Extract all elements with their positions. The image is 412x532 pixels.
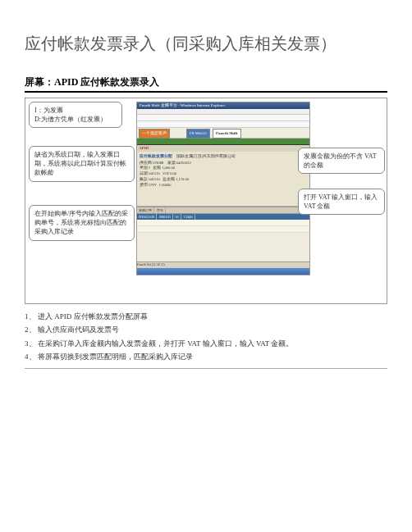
- step-3: 3、在采购订单入库金额内输入发票金额，并打开 VAT 输入窗口，输入 VAT 金…: [25, 338, 387, 349]
- step-1: 1、进入 APID 应付帐款发票分配屏幕: [25, 311, 387, 322]
- label-amount: 金额: [153, 166, 161, 170]
- callout-invoice-type: I：为发票 D:为借方凭单（红发票）: [29, 102, 122, 128]
- item-cell: M01159: [158, 214, 172, 220]
- label-vendor: 供应商: [140, 161, 152, 165]
- label-invoice: 发票: [167, 161, 176, 165]
- callout-amount-novat: 发票金额为份的不含 VAT 的金额: [298, 148, 385, 174]
- callout-date: 缺省为系统日期，输入发票日期，系统将以此日期计算应付帐款帐龄: [29, 146, 135, 182]
- due-value[interactable]: 041510: [149, 177, 160, 181]
- diagram-container: I：为发票 D:为借方凭单（红发票） 缺省为系统日期，输入发票日期，系统将以此日…: [25, 98, 387, 304]
- grid-row[interactable]: [137, 226, 309, 233]
- callout-po-match: 在开始购单/序号内输入匹配的采购单号，系统将光标指向匹配的采购入库记录: [29, 205, 135, 241]
- label-due: 账款: [140, 177, 148, 181]
- divider: [25, 368, 387, 369]
- app-toolbar: APID: [137, 145, 309, 152]
- date-value[interactable]: 041510: [149, 171, 160, 175]
- price-cell: 7.2400: [182, 214, 195, 220]
- toolbar-apid: APID: [139, 146, 149, 150]
- col-po: 采购订单: [137, 207, 154, 213]
- callout-line: I：为发票: [34, 106, 117, 115]
- form-title: 应付账款发票分配: [140, 154, 172, 158]
- windows-taskbar: [137, 268, 309, 275]
- amount-value[interactable]: 1,000.00: [162, 166, 175, 170]
- qty-cell: 50: [174, 214, 181, 220]
- grid-selected-row[interactable]: PO1012139 M01159 50 7.2400: [137, 214, 309, 220]
- tab-fourthshift[interactable]: Fourth Shift: [213, 129, 241, 139]
- page-title: 应付帐款发票录入（同采购入库相关发票）: [25, 33, 387, 55]
- form-header: 应付账款发票分配 国际金属(江苏)汽车部件有限公司 供应商 CN088 发票 0…: [137, 152, 309, 207]
- rate-value: 1.00000: [159, 183, 172, 187]
- statusbar: Fourth Set (1) AP (1): [137, 261, 309, 268]
- app-screenshot: Fourth Shift 金蝶平台 - Windows Internet Exp…: [136, 102, 310, 275]
- callout-vat-window: 打开 VAT 输入窗口，输入 VAT 金额: [298, 189, 385, 215]
- vat-value[interactable]: 0.00: [170, 171, 176, 175]
- label-currency: 货币: [140, 183, 148, 187]
- step-4: 4、将屏幕切换到发票匹配明细，匹配采购入库记录: [25, 351, 387, 362]
- company-name: 国际金属(江苏)汽车部件有限公司: [176, 154, 236, 158]
- browser-menubar: [137, 109, 309, 115]
- invoice-no[interactable]: 04261032: [176, 161, 191, 165]
- tab-blue[interactable]: FS Web12: [186, 129, 210, 139]
- col-seq: 序号: [155, 207, 166, 213]
- po-cell: PO1012139: [137, 214, 157, 220]
- callout-line: D:为借方凭单（红发票）: [34, 115, 117, 124]
- steps-list: 1、进入 APID 应付帐款发票分配屏幕 2、输入供应商代码及发票号 3、在采购…: [25, 311, 387, 363]
- total-value[interactable]: 1,170.00: [176, 177, 189, 181]
- browser-addressbar: [137, 115, 309, 121]
- section-header: 屏幕：APID 应付帐款发票录入: [25, 75, 387, 93]
- currency-value: CNY: [149, 183, 156, 187]
- po-grid: 采购订单 序号 PO1012139 M01159 50 7.2400: [137, 207, 309, 261]
- type-code[interactable]: I: [149, 166, 150, 170]
- label-type: 类别: [140, 166, 148, 170]
- vendor-code[interactable]: CN088: [153, 161, 163, 165]
- grid-header: 采购订单 序号: [137, 207, 309, 214]
- browser-toolbar: [137, 121, 309, 128]
- app-tabbar: 一个指定客户 FS Web12 Fourth Shift: [137, 128, 309, 139]
- label-total: 总金额: [163, 177, 175, 181]
- label-vat: VAT: [163, 171, 169, 175]
- grid-row[interactable]: [137, 220, 309, 226]
- step-2: 2、输入供应商代码及发票号: [25, 324, 387, 335]
- window-titlebar: Fourth Shift 金蝶平台 - Windows Internet Exp…: [137, 102, 309, 109]
- label-date: 日期: [140, 171, 148, 175]
- app-greenbar: [137, 139, 309, 145]
- tab-orange[interactable]: 一个指定客户: [139, 129, 170, 139]
